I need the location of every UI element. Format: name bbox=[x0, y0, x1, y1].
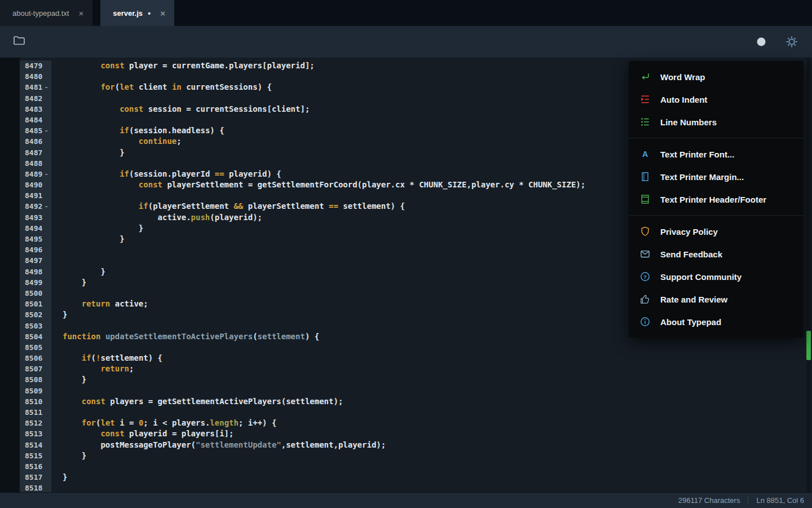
menu-item-label: Text Printer Font... bbox=[660, 150, 734, 159]
menu-item-privacy-policy[interactable]: Privacy Policy bbox=[629, 220, 804, 243]
line-number-text: 8517 bbox=[25, 472, 42, 483]
line-number[interactable]: 8507 bbox=[20, 364, 51, 374]
line-number-text: 8496 bbox=[25, 244, 42, 255]
menu-item-word-wrap[interactable]: Word Wrap bbox=[629, 65, 804, 88]
line-number[interactable]: 8505 bbox=[20, 342, 51, 353]
about-icon bbox=[639, 316, 651, 327]
code-line: 8514 postMessageToPlayer("settlementUpda… bbox=[20, 440, 812, 450]
tab-label: server.js bbox=[113, 9, 143, 17]
line-number[interactable]: 8496 bbox=[20, 244, 51, 255]
line-number[interactable]: 8515 bbox=[20, 450, 51, 461]
line-number[interactable]: 8502 bbox=[20, 309, 51, 320]
line-number[interactable]: 8514 bbox=[20, 440, 51, 450]
menu-item-line-numbers[interactable]: Line Numbers bbox=[629, 111, 804, 133]
line-number[interactable]: 8495 bbox=[20, 234, 51, 244]
menu-item-auto-indent[interactable]: Auto Indent bbox=[629, 88, 804, 111]
support-icon: ? bbox=[639, 271, 651, 282]
code-text: for(let i = 0; i < players.length; i++) … bbox=[51, 418, 276, 428]
line-number[interactable]: 8498 bbox=[20, 266, 51, 277]
open-file-button[interactable] bbox=[12, 33, 27, 48]
line-number[interactable]: 8492- bbox=[20, 201, 51, 212]
tab-close-icon[interactable]: × bbox=[78, 9, 83, 17]
status-bar: 296117 Characters Ln 8851, Col 6 bbox=[0, 492, 812, 508]
menu-item-support-community[interactable]: ?Support Community bbox=[629, 265, 804, 288]
line-number[interactable]: 8490 bbox=[20, 179, 51, 190]
line-number[interactable]: 8500 bbox=[20, 288, 51, 299]
menu-item-text-printer-font[interactable]: AText Printer Font... bbox=[629, 143, 804, 165]
margin-icon bbox=[639, 171, 651, 182]
printer-button[interactable] bbox=[754, 34, 769, 49]
line-number-text: 8504 bbox=[25, 331, 42, 342]
menu-item-label: Auto Indent bbox=[660, 95, 707, 104]
menu-item-text-printer-margin[interactable]: Text Printer Margin... bbox=[629, 165, 804, 188]
line-number[interactable]: 8504 bbox=[20, 331, 51, 342]
line-number[interactable]: 8513 bbox=[20, 428, 51, 439]
code-text bbox=[51, 321, 63, 331]
line-number[interactable]: 8481- bbox=[20, 82, 51, 93]
code-text: continue; bbox=[51, 136, 182, 147]
gear-icon bbox=[785, 35, 800, 49]
tab-close-icon[interactable]: × bbox=[160, 9, 165, 17]
line-number[interactable]: 8499 bbox=[20, 277, 51, 288]
line-number-text: 8493 bbox=[25, 212, 42, 223]
line-number[interactable]: 8479 bbox=[20, 60, 51, 71]
settings-button[interactable] bbox=[785, 34, 800, 49]
line-number[interactable]: 8489- bbox=[20, 169, 51, 179]
menu-item-rate-and-review[interactable]: Rate and Review bbox=[629, 288, 804, 310]
code-text bbox=[51, 93, 63, 104]
line-number[interactable]: 8494 bbox=[20, 223, 51, 234]
line-number[interactable]: 8511 bbox=[20, 407, 51, 418]
menu-item-label: About Typepad bbox=[660, 317, 721, 327]
code-text bbox=[51, 255, 63, 266]
line-number-text: 8516 bbox=[25, 461, 42, 472]
line-number-text: 8487 bbox=[25, 147, 42, 158]
code-text: } bbox=[51, 374, 86, 385]
code-line: 8510 const players = getSettlementActive… bbox=[20, 396, 812, 407]
line-number[interactable]: 8483 bbox=[20, 104, 51, 115]
line-number[interactable]: 8517 bbox=[20, 472, 51, 483]
scrollbar-thumb[interactable] bbox=[806, 331, 811, 360]
fold-marker-icon[interactable]: - bbox=[44, 82, 48, 93]
line-number[interactable]: 8486 bbox=[20, 136, 51, 147]
line-number[interactable]: 8510 bbox=[20, 396, 51, 407]
line-number[interactable]: 8484 bbox=[20, 115, 51, 125]
line-number[interactable]: 8488 bbox=[20, 158, 51, 169]
fold-marker-icon[interactable]: - bbox=[44, 201, 48, 212]
fold-marker-icon[interactable]: - bbox=[44, 169, 48, 179]
line-numbers-icon bbox=[639, 116, 651, 128]
line-number[interactable]: 8497 bbox=[20, 255, 51, 266]
line-number[interactable]: 8491 bbox=[20, 190, 51, 201]
line-number[interactable]: 8493 bbox=[20, 212, 51, 223]
menu-divider bbox=[629, 215, 804, 216]
code-text: if(!settlement) { bbox=[51, 353, 162, 364]
line-number[interactable]: 8509 bbox=[20, 386, 51, 396]
line-number[interactable]: 8485- bbox=[20, 125, 51, 136]
line-number[interactable]: 8482 bbox=[20, 93, 51, 104]
line-number[interactable]: 8506 bbox=[20, 353, 51, 364]
code-line: 8517} bbox=[20, 472, 812, 483]
tab-label: about-typepad.txt bbox=[12, 9, 69, 17]
line-number[interactable]: 8508 bbox=[20, 374, 51, 385]
menu-item-about-typepad[interactable]: About Typepad bbox=[629, 310, 804, 333]
line-number-text: 8507 bbox=[25, 364, 42, 374]
feedback-icon bbox=[639, 248, 651, 260]
code-text: const session = currentSessions[client]; bbox=[51, 104, 310, 115]
line-number[interactable]: 8480 bbox=[20, 71, 51, 82]
menu-item-send-feedback[interactable]: Send Feedback bbox=[629, 243, 804, 265]
tab-about-typepad[interactable]: about-typepad.txt× bbox=[0, 0, 92, 26]
line-number-text: 8512 bbox=[25, 418, 42, 428]
line-number[interactable]: 8503 bbox=[20, 321, 51, 331]
cursor-position: Ln 8851, Col 6 bbox=[756, 496, 804, 505]
svg-text:?: ? bbox=[643, 274, 647, 280]
line-number[interactable]: 8501 bbox=[20, 299, 51, 309]
fold-marker-icon[interactable]: - bbox=[44, 125, 48, 136]
menu-item-text-printer-header-footer[interactable]: Text Printer Header/Footer bbox=[629, 188, 804, 211]
line-number[interactable]: 8512 bbox=[20, 418, 51, 428]
line-number[interactable]: 8518 bbox=[20, 483, 51, 492]
tab-server-js[interactable]: server.js•× bbox=[100, 0, 174, 26]
scrollbar[interactable] bbox=[806, 58, 811, 492]
line-number-text: 8505 bbox=[25, 342, 42, 353]
menu-divider bbox=[629, 138, 804, 138]
line-number[interactable]: 8487 bbox=[20, 147, 51, 158]
line-number[interactable]: 8516 bbox=[20, 461, 51, 472]
